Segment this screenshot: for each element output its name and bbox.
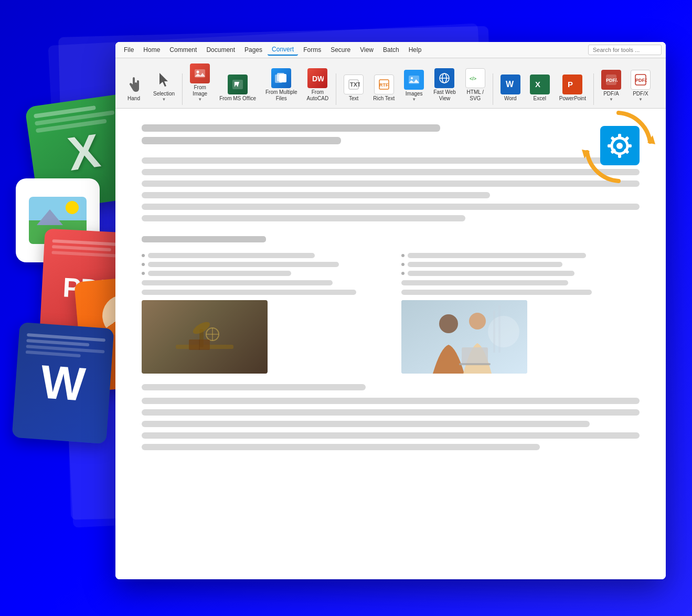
- from-image-label: FromImage: [193, 84, 207, 97]
- menu-view[interactable]: View: [356, 45, 378, 55]
- word-label: Word: [504, 95, 517, 102]
- powerpoint-button[interactable]: P PowerPoint: [555, 71, 590, 105]
- svg-rect-49: [462, 347, 488, 364]
- doc-subheading: [142, 236, 266, 242]
- pdfx-label: PDF/X: [633, 91, 648, 97]
- doc-line: [142, 432, 640, 439]
- svg-rect-50: [459, 363, 491, 365]
- separator-3: [493, 73, 493, 105]
- doc-line: [142, 398, 640, 404]
- svg-point-51: [488, 316, 519, 347]
- fast-web-label: Fast WebView: [433, 89, 456, 102]
- col-line: [401, 280, 568, 285]
- hand-label: Hand: [127, 95, 140, 102]
- doc-line: [142, 157, 640, 164]
- selection-tool-button[interactable]: Selection ▼: [149, 67, 179, 105]
- doc-line: [142, 192, 490, 198]
- svg-point-26: [411, 77, 413, 79]
- svg-text:TXT: TXT: [350, 81, 360, 88]
- svg-text:P: P: [568, 80, 573, 89]
- bottom-lines-section: [142, 384, 640, 450]
- fast-web-button[interactable]: Fast WebView: [429, 65, 460, 105]
- svg-marker-13: [159, 73, 168, 87]
- doc-line: [142, 409, 640, 416]
- document-image-law: [142, 300, 268, 374]
- excel-label: Excel: [534, 95, 546, 102]
- hand-tool-button[interactable]: Hand: [120, 71, 148, 105]
- menu-secure[interactable]: Secure: [326, 45, 355, 55]
- word-button[interactable]: W Word: [496, 71, 525, 105]
- col-line: [401, 290, 592, 295]
- doc-heading-2: [142, 137, 341, 144]
- menu-batch[interactable]: Batch: [379, 45, 403, 55]
- pdfa-button[interactable]: PDF/A PDF/A ▼: [597, 67, 625, 105]
- text-output-button[interactable]: TXT Text: [339, 71, 368, 105]
- menu-pages[interactable]: Pages: [240, 45, 267, 55]
- svg-point-48: [469, 313, 486, 330]
- svg-text:RTF: RTF: [379, 82, 389, 88]
- excel-button[interactable]: X Excel: [526, 71, 554, 105]
- bullet-item: [401, 262, 640, 267]
- svg-text:PDF/X: PDF/X: [635, 78, 647, 83]
- menu-document[interactable]: Document: [202, 45, 239, 55]
- svg-rect-7: [608, 144, 613, 147]
- pdfa-label: PDF/A: [603, 91, 619, 97]
- from-autocad-label: FromAutoCAD: [307, 89, 329, 102]
- doc-heading-1: [142, 124, 440, 132]
- svg-text:</>: </>: [470, 76, 476, 81]
- from-autocad-button[interactable]: DWG FromAutoCAD: [303, 65, 333, 105]
- doc-line: [142, 421, 590, 427]
- doc-line: [142, 444, 540, 450]
- separator-1: [182, 73, 183, 105]
- rich-text-label: Rich Text: [373, 95, 395, 102]
- document-image-office: [401, 300, 527, 374]
- from-multiple-label: From MultipleFiles: [265, 89, 297, 102]
- text-label: Text: [349, 95, 358, 102]
- word-file-icon: W: [12, 322, 114, 444]
- col-line: [142, 290, 356, 295]
- bullet-item: [142, 271, 380, 276]
- svg-text:PDF/A: PDF/A: [606, 78, 618, 83]
- svg-rect-6: [618, 153, 621, 158]
- menu-convert[interactable]: Convert: [268, 44, 298, 56]
- svg-text:W: W: [506, 80, 514, 89]
- svg-rect-53: [498, 305, 501, 353]
- toolbar: File Home Comment Document Pages Convert…: [115, 42, 666, 109]
- svg-point-4: [616, 143, 623, 149]
- svg-rect-8: [626, 144, 632, 147]
- from-ms-office-button[interactable]: From MS Office: [215, 71, 260, 105]
- two-column-section: [142, 253, 640, 374]
- rich-text-button[interactable]: RTF Rich Text: [369, 71, 399, 105]
- separator-4: [593, 73, 594, 105]
- svg-point-47: [439, 314, 458, 333]
- bullet-item: [401, 271, 640, 276]
- pdfx-button[interactable]: PDF/X PDF/X ▼: [626, 67, 655, 105]
- menu-help[interactable]: Help: [404, 45, 426, 55]
- svg-rect-5: [618, 134, 621, 139]
- images-output-button[interactable]: Images ▼: [400, 67, 428, 105]
- menu-home[interactable]: Home: [139, 45, 164, 55]
- from-ms-label: From MS Office: [219, 95, 256, 102]
- from-multiple-button[interactable]: From MultipleFiles: [261, 65, 302, 105]
- powerpoint-label: PowerPoint: [559, 95, 586, 102]
- bullet-item: [142, 253, 380, 258]
- doc-line: [142, 169, 640, 175]
- column-left: [142, 253, 380, 374]
- from-image-button[interactable]: FromImage ▼: [186, 60, 214, 105]
- selection-label: Selection: [153, 91, 175, 97]
- menu-file[interactable]: File: [120, 45, 138, 55]
- svg-rect-52: [493, 311, 495, 353]
- doc-line: [142, 384, 366, 390]
- separator-2: [336, 73, 336, 105]
- svg-rect-19: [279, 74, 286, 82]
- menu-forms[interactable]: Forms: [299, 45, 325, 55]
- menu-comment[interactable]: Comment: [165, 45, 201, 55]
- html-svg-label: HTML /SVG: [467, 89, 484, 102]
- doc-line: [142, 215, 465, 221]
- svg-text:DWG: DWG: [312, 75, 324, 83]
- doc-line: [142, 204, 640, 210]
- html-svg-button[interactable]: </> HTML /SVG: [461, 65, 489, 105]
- bullet-item: [142, 262, 380, 267]
- toolbar-search[interactable]: [588, 45, 662, 55]
- images-label: Images: [406, 91, 423, 97]
